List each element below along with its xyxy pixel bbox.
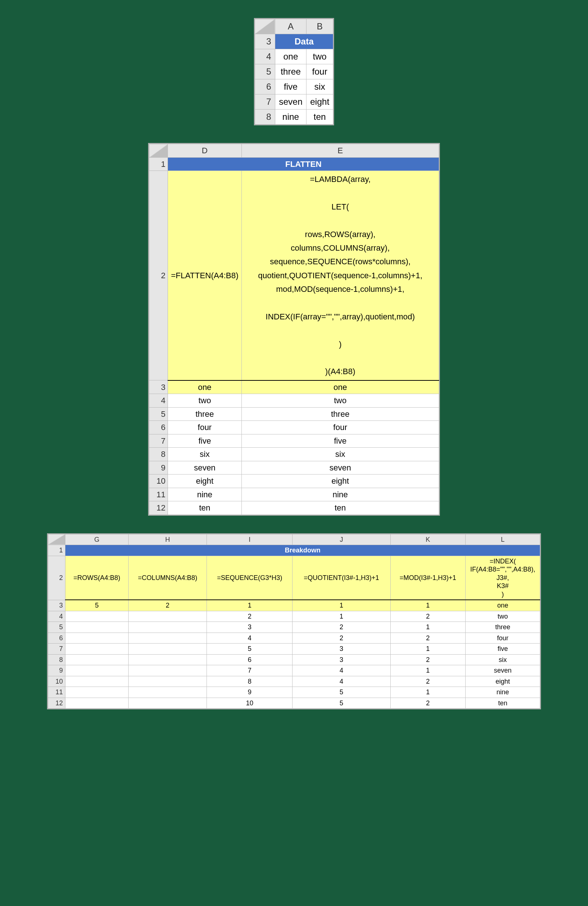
flatten-table: D E 1 FLATTEN 2 =FLATTEN(A4:B8) =LAMBDA(… bbox=[149, 144, 439, 515]
result-cell[interactable]: three bbox=[241, 407, 439, 421]
result-cell[interactable]: six bbox=[168, 448, 242, 461]
result-cell[interactable]: nine bbox=[168, 488, 242, 501]
formula-cell[interactable]: =MOD(I3#-1,H3)+1 bbox=[390, 556, 465, 600]
result-cell[interactable] bbox=[65, 633, 129, 644]
result-cell[interactable]: 4 bbox=[293, 665, 390, 676]
data-cell[interactable]: nine bbox=[275, 110, 306, 124]
result-cell[interactable] bbox=[128, 633, 207, 644]
result-cell[interactable]: five bbox=[241, 434, 439, 448]
result-cell[interactable] bbox=[65, 644, 129, 655]
result-cell[interactable] bbox=[128, 622, 207, 633]
formula-cell[interactable]: =LAMBDA(array, LET( rows,ROWS(array), co… bbox=[241, 171, 439, 380]
result-cell[interactable]: nine bbox=[241, 488, 439, 501]
result-cell[interactable]: eight bbox=[168, 474, 242, 488]
result-cell[interactable] bbox=[128, 654, 207, 665]
result-cell[interactable]: 2 bbox=[293, 633, 390, 644]
result-cell[interactable]: 5 bbox=[65, 600, 129, 611]
result-cell[interactable]: 2 bbox=[390, 633, 465, 644]
result-cell[interactable]: eight bbox=[465, 676, 540, 687]
data-cell[interactable]: one bbox=[275, 49, 306, 64]
result-cell[interactable]: 2 bbox=[390, 654, 465, 665]
result-cell[interactable] bbox=[65, 622, 129, 633]
result-cell[interactable]: 4 bbox=[207, 633, 293, 644]
result-cell[interactable]: seven bbox=[168, 461, 242, 474]
data-cell[interactable]: seven bbox=[275, 94, 306, 110]
result-cell[interactable] bbox=[65, 654, 129, 665]
formula-cell[interactable]: =ROWS(A4:B8) bbox=[65, 556, 129, 600]
result-cell[interactable]: five bbox=[168, 434, 242, 448]
result-cell[interactable]: 5 bbox=[207, 644, 293, 655]
result-cell[interactable] bbox=[128, 644, 207, 655]
result-cell[interactable]: two bbox=[168, 394, 242, 408]
result-cell[interactable] bbox=[65, 676, 129, 687]
result-cell[interactable]: 1 bbox=[293, 600, 390, 611]
result-cell[interactable]: three bbox=[465, 622, 540, 633]
result-cell[interactable]: 2 bbox=[390, 698, 465, 709]
result-cell[interactable]: ten bbox=[241, 501, 439, 515]
result-cell[interactable]: 1 bbox=[390, 622, 465, 633]
result-cell[interactable]: two bbox=[241, 394, 439, 408]
result-cell[interactable]: 2 bbox=[390, 676, 465, 687]
result-cell[interactable]: 1 bbox=[293, 611, 390, 622]
result-cell[interactable]: ten bbox=[465, 698, 540, 709]
result-cell[interactable]: four bbox=[168, 421, 242, 434]
result-cell[interactable] bbox=[128, 698, 207, 709]
result-cell[interactable]: 9 bbox=[207, 687, 293, 698]
result-cell[interactable]: 1 bbox=[390, 600, 465, 611]
result-cell[interactable]: two bbox=[465, 611, 540, 622]
formula-cell[interactable]: =FLATTEN(A4:B8) bbox=[168, 171, 242, 380]
result-cell[interactable]: nine bbox=[465, 687, 540, 698]
result-cell[interactable]: 8 bbox=[207, 676, 293, 687]
data-cell[interactable]: two bbox=[306, 49, 333, 64]
data-cell[interactable]: four bbox=[306, 64, 333, 80]
result-cell[interactable]: eight bbox=[241, 474, 439, 488]
result-cell[interactable]: 5 bbox=[293, 687, 390, 698]
formula-cell[interactable]: =INDEX( IF(A4:B8="","",A4:B8), J3#, K3# … bbox=[465, 556, 540, 600]
result-cell[interactable] bbox=[65, 611, 129, 622]
result-cell[interactable] bbox=[65, 665, 129, 676]
result-cell[interactable]: 1 bbox=[390, 665, 465, 676]
data-cell[interactable]: ten bbox=[306, 110, 333, 124]
result-cell[interactable] bbox=[128, 687, 207, 698]
result-cell[interactable]: 2 bbox=[128, 600, 207, 611]
result-cell[interactable]: ten bbox=[168, 501, 242, 515]
result-cell[interactable] bbox=[65, 698, 129, 709]
result-cell[interactable]: 1 bbox=[390, 687, 465, 698]
row-number: 6 bbox=[255, 80, 275, 94]
data-cell[interactable]: five bbox=[275, 80, 306, 94]
result-cell[interactable]: five bbox=[465, 644, 540, 655]
result-cell[interactable]: 1 bbox=[207, 600, 293, 611]
result-cell[interactable]: seven bbox=[465, 665, 540, 676]
result-cell[interactable] bbox=[128, 676, 207, 687]
result-cell[interactable]: six bbox=[241, 448, 439, 461]
result-cell[interactable]: seven bbox=[241, 461, 439, 474]
result-cell[interactable]: 4 bbox=[293, 676, 390, 687]
formula-cell[interactable]: =COLUMNS(A4:B8) bbox=[128, 556, 207, 600]
data-cell[interactable]: eight bbox=[306, 94, 333, 110]
result-cell[interactable] bbox=[128, 611, 207, 622]
result-cell[interactable]: 3 bbox=[293, 654, 390, 665]
result-cell[interactable]: one bbox=[465, 600, 540, 611]
result-cell[interactable]: 3 bbox=[207, 622, 293, 633]
result-cell[interactable]: 1 bbox=[390, 644, 465, 655]
result-cell[interactable]: one bbox=[168, 380, 242, 394]
data-cell[interactable]: three bbox=[275, 64, 306, 80]
formula-cell[interactable]: =QUOTIENT(I3#-1,H3)+1 bbox=[293, 556, 390, 600]
data-cell[interactable]: six bbox=[306, 80, 333, 94]
result-cell[interactable] bbox=[128, 665, 207, 676]
formula-cell[interactable]: =SEQUENCE(G3*H3) bbox=[207, 556, 293, 600]
result-cell[interactable]: 5 bbox=[293, 698, 390, 709]
result-cell[interactable]: 2 bbox=[390, 611, 465, 622]
result-cell[interactable]: 7 bbox=[207, 665, 293, 676]
result-cell[interactable]: 2 bbox=[207, 611, 293, 622]
result-cell[interactable]: six bbox=[465, 654, 540, 665]
result-cell[interactable]: three bbox=[168, 407, 242, 421]
result-cell[interactable]: 3 bbox=[293, 644, 390, 655]
result-cell[interactable]: 6 bbox=[207, 654, 293, 665]
result-cell[interactable]: 10 bbox=[207, 698, 293, 709]
result-cell[interactable] bbox=[65, 687, 129, 698]
result-cell[interactable]: 2 bbox=[293, 622, 390, 633]
result-cell[interactable]: four bbox=[241, 421, 439, 434]
result-cell[interactable]: one bbox=[241, 380, 439, 394]
result-cell[interactable]: four bbox=[465, 633, 540, 644]
